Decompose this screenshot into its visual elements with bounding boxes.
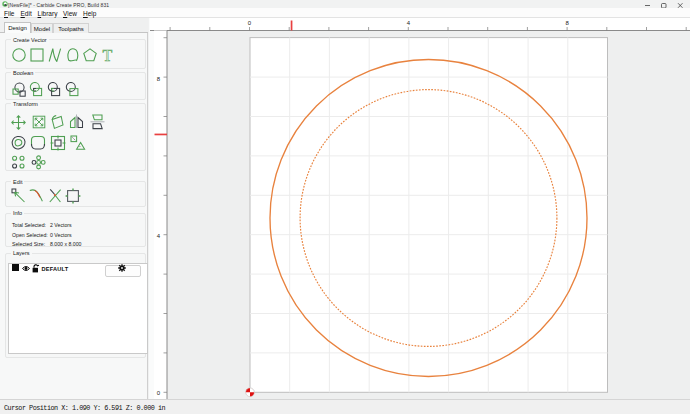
svg-text:T: T (103, 47, 113, 62)
